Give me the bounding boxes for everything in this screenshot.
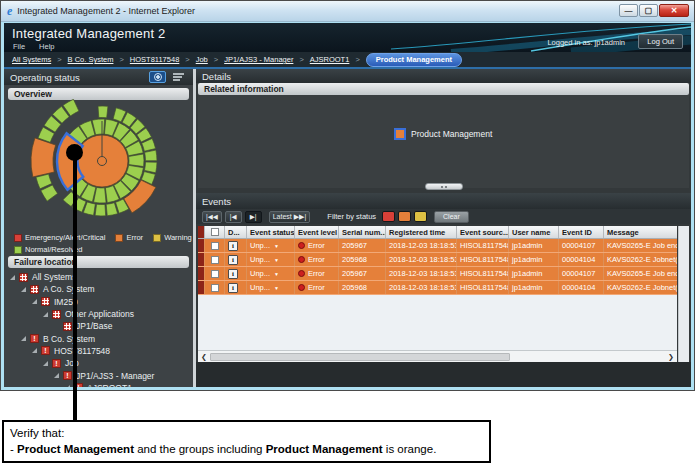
column-header[interactable]: Event status [247,226,295,238]
clear-filter-button[interactable]: Clear [434,211,469,223]
filter-orange-button[interactable] [398,211,411,222]
detail-cell[interactable]: i [225,239,247,252]
product-management-node[interactable]: Product Management [394,128,492,140]
column-header[interactable]: Registered time [386,226,457,238]
checkbox-cell[interactable] [205,253,225,266]
tree-expand-arrow[interactable] [10,275,15,280]
event-info-button[interactable]: i [228,241,238,251]
internet-explorer-icon: e [7,5,12,17]
column-header[interactable]: Event level [295,226,339,238]
sunburst-segment[interactable] [145,150,157,161]
column-header[interactable] [205,226,225,238]
callout-dot [66,144,83,161]
breadcrumb-link[interactable]: HOST8117548 [130,55,179,64]
previous-page-button[interactable]: |◀ [225,211,242,223]
filter-yellow-button[interactable] [414,211,427,222]
row-checkbox[interactable] [211,256,219,264]
tree-item[interactable]: All Systems [4,271,193,283]
detail-cell[interactable]: i [225,281,247,294]
list-view-button[interactable] [170,71,187,83]
event-status-cell[interactable]: Unp...▼ [247,253,295,266]
select-all-checkbox[interactable] [211,228,219,236]
event-status-cell[interactable]: Unp...▼ [247,267,295,280]
scroll-left-arrow[interactable]: ❮ [198,353,210,361]
tree-item[interactable]: !JP1/AJS3 - Manager [4,369,193,381]
sunburst-segment[interactable] [31,138,56,177]
sunburst-segment[interactable] [144,162,157,173]
tree-item[interactable]: !HOST8117548 [4,345,193,357]
sunburst-segment[interactable] [129,154,144,167]
event-info-button[interactable]: i [228,283,238,293]
checkbox-cell[interactable] [205,239,225,252]
event-status-cell[interactable]: Unp...▼ [247,239,295,252]
tree-expand-arrow[interactable] [43,312,48,317]
filter-red-button[interactable] [382,211,395,222]
tree-item[interactable]: !B Co. System [4,332,193,344]
breadcrumb-link[interactable]: JP1/AJS3 - Manager [224,55,293,64]
menu-item-file[interactable]: File [13,42,25,51]
column-header[interactable]: Event sourc... [457,226,509,238]
sunburst-segment[interactable] [98,106,108,118]
window-titlebar[interactable]: e Integrated Management 2 - Internet Exp… [1,1,694,22]
column-header[interactable]: Message [604,226,677,238]
tree-expand-arrow[interactable] [21,336,26,341]
menu-item-help[interactable]: Help [39,42,54,51]
sunburst-view-button[interactable] [149,71,166,83]
breadcrumb-link[interactable]: B Co. System [68,55,114,64]
details-splitter-handle[interactable] [425,183,463,190]
column-header[interactable]: D... [225,226,247,238]
next-page-button[interactable]: ▶| [245,211,262,223]
breadcrumb-link[interactable]: All Systems [12,55,51,64]
event-info-button[interactable]: i [228,255,238,265]
minimize-button[interactable]: — [619,4,638,17]
column-header[interactable]: User name [509,226,559,238]
tree-expand-arrow[interactable] [32,299,37,304]
tree-item[interactable]: !Job [4,357,193,369]
column-header[interactable]: Event ID [559,226,604,238]
user-name-cell: jp1admin [509,267,559,280]
event-row[interactable]: iUnp...▼Error2059682018-12-03 18:18:53HI… [198,281,677,295]
row-checkbox[interactable] [211,242,219,250]
event-row[interactable]: iUnp...▼Error2059672018-12-03 18:18:53HI… [198,239,677,253]
tree-item[interactable]: IM250 [4,296,193,308]
operating-status-sunburst-chart[interactable] [5,99,192,231]
tree-item[interactable]: A Co. System [4,283,193,295]
breadcrumb-link[interactable]: AJSROOT1 [310,55,350,64]
tree-expand-arrow[interactable] [32,348,37,353]
close-button[interactable]: ✕ [659,4,689,17]
column-header[interactable]: Serial num... [339,226,386,238]
sunburst-segment[interactable] [95,204,106,216]
column-header[interactable] [198,226,205,238]
event-status-cell[interactable]: Unp...▼ [247,281,295,294]
breadcrumb-separator: > [119,55,123,64]
checkbox-cell[interactable] [205,267,225,280]
tree-expand-arrow[interactable] [65,385,70,387]
sunburst-hub [98,157,107,166]
tree-expand-arrow[interactable] [54,373,59,378]
first-page-button[interactable]: |◀◀ [202,211,222,223]
tree-item[interactable]: JP1/Base [4,320,193,332]
checkbox-cell[interactable] [205,281,225,294]
event-row[interactable]: iUnp...▼Error2059672018-12-03 18:18:53HI… [198,267,677,281]
detail-cell[interactable]: i [225,253,247,266]
event-info-button[interactable]: i [228,269,238,279]
logout-button[interactable]: Log Out [638,34,683,49]
scroll-right-arrow[interactable]: ❯ [665,353,677,361]
tree-item[interactable]: Other Applications [4,308,193,320]
user-name-cell: jp1admin [509,253,559,266]
tree-expand-arrow[interactable] [21,287,26,292]
event-row[interactable]: iUnp...▼Error2059682018-12-03 18:18:53HI… [198,253,677,267]
events-horizontal-scrollbar[interactable]: ❮ ❯ [198,350,677,362]
sunburst-segment[interactable] [106,203,118,216]
tree-expand-arrow[interactable] [43,361,48,366]
events-vertical-scrollbar[interactable] [678,226,689,362]
maximize-button[interactable]: ▢ [639,4,658,17]
latest-button[interactable]: Latest ▶▶| [269,211,311,223]
detail-cell[interactable]: i [225,267,247,280]
breadcrumb-current[interactable]: Product Management [366,53,462,67]
breadcrumb-link[interactable]: Job [196,55,208,64]
row-checkbox[interactable] [211,270,219,278]
scroll-thumb[interactable] [210,353,510,361]
row-checkbox[interactable] [211,284,219,292]
tree-item[interactable]: !AJSROOT1 [4,382,193,387]
